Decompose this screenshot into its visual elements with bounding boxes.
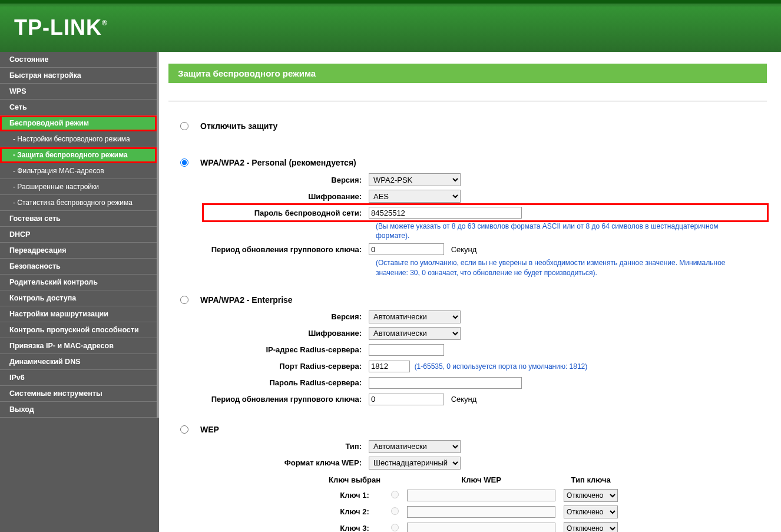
wep-key-radio-2[interactable]	[391, 507, 399, 515]
wep-key-row: Ключ 3:Отключено	[323, 521, 621, 532]
wep-col-type: Тип ключа	[560, 473, 621, 487]
wep-key-type-select-2[interactable]: Отключено	[564, 505, 618, 518]
wpa-gku-input[interactable]	[369, 243, 444, 255]
logo: TP-LINK®	[14, 15, 108, 40]
sidebar: СостояниеБыстрая настройкаWPSСетьБеспров…	[0, 52, 159, 532]
sidebar-item-21[interactable]: Системные инструменты	[0, 386, 157, 402]
disable-security-label: Отключить защиту	[200, 121, 277, 131]
wep-key-row: Ключ 1:Отключено	[323, 488, 621, 503]
wpa-gku-label: Период обновления группового ключа:	[204, 245, 369, 254]
ent-encryption-label: Шифрование:	[204, 329, 369, 338]
sidebar-item-15[interactable]: Контроль доступа	[0, 290, 157, 306]
sidebar-item-10[interactable]: Гостевая сеть	[0, 211, 157, 227]
wpa-encryption-label: Шифрование:	[204, 192, 369, 201]
wpa-password-input[interactable]	[369, 207, 522, 219]
sidebar-item-20[interactable]: IPv6	[0, 370, 157, 386]
wep-col-wep: Ключ WEP	[403, 473, 559, 487]
wpa-enterprise-label: WPA/WPA2 - Enterprise	[200, 295, 293, 305]
wep-keys-table: Ключ выбран Ключ WEP Тип ключа Ключ 1:От…	[322, 472, 623, 532]
sidebar-item-8[interactable]: - Расширенные настройки	[0, 179, 157, 195]
ent-gku-input[interactable]	[369, 394, 444, 405]
wep-type-label: Тип:	[204, 442, 369, 451]
sidebar-item-18[interactable]: Привязка IP- и MAC-адресов	[0, 338, 157, 354]
wep-key-input-2[interactable]	[407, 506, 555, 518]
radio-wpa-enterprise[interactable]	[180, 296, 188, 304]
radius-ip-input[interactable]	[369, 344, 444, 356]
radius-ip-label: IP-адрес Radius-сервера:	[204, 345, 369, 354]
radio-wep[interactable]	[180, 425, 188, 434]
ent-gku-unit: Секунд	[451, 395, 477, 404]
wireless-password-row: Пароль беспроводной сети:	[204, 205, 767, 220]
sidebar-item-6[interactable]: - Защита беспроводного режима	[0, 147, 157, 163]
sidebar-item-17[interactable]: Контроль пропускной способности	[0, 322, 157, 338]
sidebar-item-3[interactable]: Сеть	[0, 100, 157, 115]
wep-key-type-select-1[interactable]: Отключено	[564, 489, 618, 502]
page-title: Защита беспроводного режима	[168, 64, 767, 83]
main-content: Защита беспроводного режима Отключить за…	[159, 52, 781, 532]
wep-key-label: Ключ 1:	[323, 488, 386, 503]
wep-key-type-select-3[interactable]: Отключено	[564, 522, 618, 532]
ent-version-label: Версия:	[204, 312, 369, 321]
wpa-gku-unit: Секунд	[451, 245, 477, 254]
wep-col-selected: Ключ выбран	[323, 473, 386, 487]
ent-version-select[interactable]: Автоматически	[369, 310, 461, 323]
wep-key-label: Ключ 2:	[323, 504, 386, 520]
sidebar-item-5[interactable]: - Настройки беспроводного режима	[0, 131, 157, 147]
wep-key-radio-3[interactable]	[391, 524, 399, 531]
sidebar-item-1[interactable]: Быстрая настройка	[0, 68, 157, 84]
sidebar-item-7[interactable]: - Фильтрация MAC-адресов	[0, 163, 157, 179]
sidebar-item-2[interactable]: WPS	[0, 84, 157, 100]
wpa-password-note: (Вы можете указать от 8 до 63 символов ф…	[376, 222, 741, 240]
radius-port-input[interactable]	[369, 361, 410, 372]
sidebar-item-19[interactable]: Динамический DNS	[0, 354, 157, 370]
wep-key-input-1[interactable]	[407, 490, 555, 501]
sidebar-item-22[interactable]: Выход	[0, 402, 157, 418]
radius-port-note: (1-65535, 0 используется порта по умолча…	[412, 362, 588, 371]
sidebar-item-14[interactable]: Родительский контроль	[0, 275, 157, 290]
wep-format-label: Формат ключа WEP:	[204, 458, 369, 467]
sidebar-item-4[interactable]: Беспроводной режим	[0, 115, 157, 131]
wep-type-select[interactable]: Автоматически	[369, 440, 461, 453]
wep-key-label: Ключ 3:	[323, 521, 386, 532]
wpa-password-label: Пароль беспроводной сети:	[204, 209, 369, 217]
radius-pw-label: Пароль Radius-сервера:	[204, 378, 369, 387]
wep-key-radio-1[interactable]	[391, 491, 399, 498]
sidebar-item-9[interactable]: - Статистика беспроводного режима	[0, 195, 157, 211]
wpa-version-select[interactable]: WPA2-PSK	[369, 173, 461, 186]
wep-key-input-3[interactable]	[407, 523, 555, 532]
radio-disable-security[interactable]	[180, 122, 188, 130]
wpa-personal-label: WPA/WPA2 - Personal (рекомендуется)	[200, 158, 356, 167]
ent-encryption-select[interactable]: Автоматически	[369, 327, 461, 340]
wep-format-select[interactable]: Шестнадцатеричный	[369, 457, 461, 470]
sidebar-item-0[interactable]: Состояние	[0, 52, 157, 68]
radio-wpa-personal[interactable]	[180, 158, 188, 167]
sidebar-item-11[interactable]: DHCP	[0, 227, 157, 243]
sidebar-item-16[interactable]: Настройки маршрутизации	[0, 306, 157, 322]
sidebar-item-12[interactable]: Переадресация	[0, 243, 157, 259]
wpa-version-label: Версия:	[204, 176, 369, 184]
ent-gku-label: Период обновления группового ключа:	[204, 395, 369, 404]
header: TP-LINK®	[0, 0, 781, 52]
wpa-encryption-select[interactable]: AES	[369, 190, 461, 203]
wep-key-row: Ключ 2:Отключено	[323, 504, 621, 520]
radius-pw-input[interactable]	[369, 377, 522, 389]
wpa-gku-note: (Оставьте по умолчанию, если вы не увере…	[376, 258, 741, 277]
sidebar-item-13[interactable]: Безопасность	[0, 259, 157, 275]
radius-port-label: Порт Radius-сервера:	[204, 362, 369, 371]
wep-label: WEP	[200, 425, 219, 434]
